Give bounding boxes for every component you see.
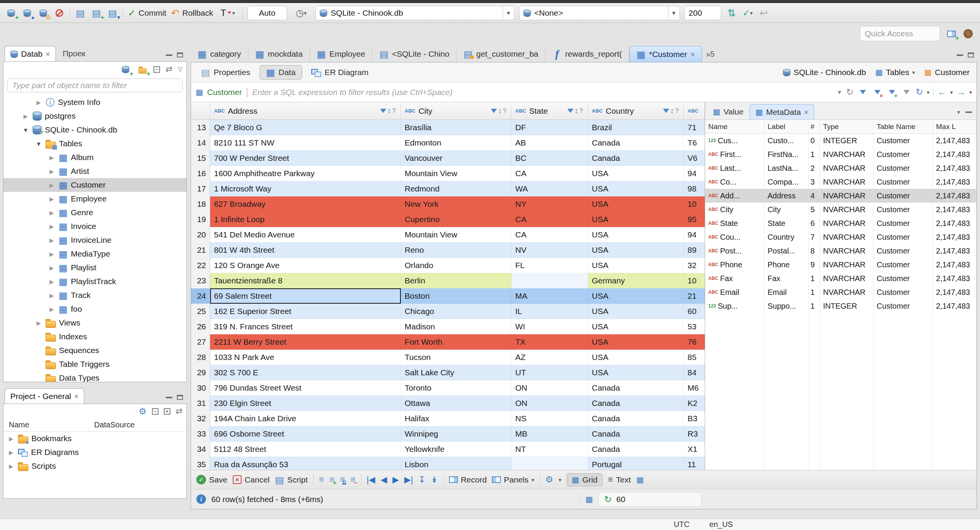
address-cell[interactable]: Rua da Assunção 53 <box>210 457 401 470</box>
row-number-cell[interactable]: 29 <box>191 365 210 380</box>
column-header-country[interactable]: ABC Country ↕? <box>588 102 684 119</box>
expand-arrow-icon[interactable] <box>35 141 42 147</box>
city-cell[interactable]: Mountain View <box>401 227 511 242</box>
country-cell[interactable]: USA <box>588 334 684 350</box>
postalcode-cell[interactable]: 71 <box>684 120 705 135</box>
filter-sort-icons[interactable]: ↕? <box>491 107 507 115</box>
state-cell[interactable] <box>511 457 588 470</box>
metadata-row[interactable]: Fax Fax 1 NVARCHAR Customer 2,147,483 <box>705 272 977 285</box>
sync-icon[interactable]: ⇅ <box>726 7 737 19</box>
filter-history-arrow-icon[interactable]: ▼ <box>836 89 842 95</box>
delete-row-icon[interactable]: ≡− <box>350 475 355 484</box>
metadata-row[interactable]: Phone Phone 9 NVARCHAR Customer 2,147,48… <box>705 258 977 272</box>
postalcode-cell[interactable]: 60 <box>684 304 705 319</box>
tree-item[interactable]: Genre <box>3 206 186 219</box>
state-cell[interactable]: FL <box>511 258 588 273</box>
table-row[interactable]: 20 541 Del Medio Avenue Mountain View CA… <box>191 227 705 242</box>
postalcode-cell[interactable]: R3 <box>684 426 705 442</box>
expand-arrow-icon[interactable] <box>48 155 56 160</box>
table-row[interactable]: 32 194A Chain Lake Drive Halifax NS Cana… <box>191 411 705 426</box>
state-cell[interactable]: ON <box>511 396 588 411</box>
filter-sort-icons[interactable]: ↕? <box>567 107 584 115</box>
address-cell[interactable]: 302 S 700 E <box>210 365 401 380</box>
row-number-cell[interactable]: 25 <box>191 304 210 319</box>
connection-select[interactable]: SQLite - Chinook.db ▼ <box>315 6 514 20</box>
country-cell[interactable]: USA <box>588 196 684 212</box>
postalcode-cell[interactable]: 10 <box>684 196 705 212</box>
row-number-cell[interactable]: 27 <box>191 334 210 350</box>
custom-filter-icon[interactable] <box>901 87 912 98</box>
address-cell[interactable]: 5112 48 Street <box>210 442 401 457</box>
expand-arrow-icon[interactable] <box>35 100 42 105</box>
country-cell[interactable]: USA <box>588 212 684 227</box>
commit-button[interactable]: ✓ Commit <box>128 8 166 18</box>
refresh-icon[interactable]: ↻ <box>604 495 612 504</box>
collapse-all-icon[interactable]: − <box>154 66 160 73</box>
tree-item[interactable]: Track <box>3 288 186 302</box>
table-row[interactable]: 21 801 W 4th Street Reno NV USA 89 <box>191 242 705 258</box>
new-folder-icon[interactable]: + <box>137 64 148 75</box>
metadata-row[interactable]: State State 6 NVARCHAR Customer 2,147,48… <box>705 216 977 230</box>
state-cell[interactable] <box>511 273 588 288</box>
postalcode-cell[interactable]: 53 <box>684 319 705 334</box>
script-button[interactable]: Script <box>275 475 308 484</box>
row-number-cell[interactable]: 32 <box>191 411 210 426</box>
row-number-cell[interactable]: 33 <box>191 426 210 442</box>
table-row[interactable]: 31 230 Elgin Street Ottawa ON Canada K2 <box>191 396 705 411</box>
postalcode-cell[interactable]: 94 <box>684 166 705 181</box>
table-row[interactable]: 24 69 Salem Street Boston MA USA 21 <box>191 288 705 304</box>
grid-corner-cell[interactable] <box>191 102 210 119</box>
tree-item[interactable]: Employee <box>3 192 186 206</box>
tree-item[interactable]: PlaylistTrack <box>3 275 186 288</box>
clear-filter-icon[interactable]: × <box>872 87 883 98</box>
column-header-name[interactable]: Name <box>705 120 764 133</box>
city-cell[interactable]: Toronto <box>401 380 511 396</box>
expand-arrow-icon[interactable] <box>48 251 56 257</box>
address-cell[interactable]: 541 Del Medio Avenue <box>210 227 401 242</box>
state-cell[interactable]: ON <box>511 380 588 396</box>
expand-arrow-icon[interactable] <box>48 182 56 188</box>
metadata-row[interactable]: First... FirstNa... 1 NVARCHAR Customer … <box>705 147 977 161</box>
panel-menu-icon[interactable]: ▾ <box>957 109 960 116</box>
open-perspective-icon[interactable]: + <box>946 28 957 39</box>
fetch-size-input[interactable] <box>684 6 721 20</box>
tree-item[interactable]: Customer <box>3 178 186 192</box>
column-header-city[interactable]: ABC City ↕? <box>401 102 511 119</box>
address-cell[interactable]: 162 E Superior Street <box>210 304 401 319</box>
view-menu-icon[interactable]: ▽ <box>178 66 183 72</box>
country-cell[interactable]: Germany <box>588 273 684 288</box>
expand-arrow-icon[interactable] <box>48 168 56 174</box>
filter-sort-icons[interactable]: ↕? <box>663 107 679 115</box>
column-header-state[interactable]: ABC State ↕? <box>511 102 588 119</box>
address-cell[interactable]: 319 N. Frances Street <box>210 319 401 334</box>
metadata-row[interactable]: Sup... Suppo... 1 INTEGER Customer 2,147… <box>705 299 977 313</box>
quick-access-input[interactable] <box>860 26 940 41</box>
state-cell[interactable]: UT <box>511 365 588 380</box>
column-header-number[interactable]: # <box>808 120 820 133</box>
state-cell[interactable]: NT <box>511 442 588 457</box>
state-cell[interactable]: DF <box>511 120 588 135</box>
duplicate-row-icon[interactable]: ≡⇊ <box>340 475 345 484</box>
state-cell[interactable]: NY <box>511 196 588 212</box>
state-cell[interactable]: CA <box>511 166 588 181</box>
state-cell[interactable]: AB <box>511 135 588 150</box>
postalcode-cell[interactable]: 98 <box>684 181 705 196</box>
country-cell[interactable]: USA <box>588 227 684 242</box>
city-cell[interactable]: Salt Lake City <box>401 365 511 380</box>
row-number-cell[interactable]: 17 <box>191 181 210 196</box>
first-row-icon[interactable]: |◀ <box>367 476 376 484</box>
address-cell[interactable]: 194A Chain Lake Drive <box>210 411 401 426</box>
expand-arrow-icon[interactable] <box>48 265 56 271</box>
postalcode-cell[interactable]: 32 <box>684 258 705 273</box>
address-cell[interactable]: 230 Elgin Street <box>210 396 401 411</box>
row-number-cell[interactable]: 18 <box>191 196 210 212</box>
address-cell[interactable]: Qe 7 Bloco G <box>210 120 401 135</box>
minimize-editor-icon[interactable] <box>957 54 963 56</box>
state-cell[interactable]: TX <box>511 334 588 350</box>
expand-arrow-icon[interactable] <box>7 450 15 455</box>
row-number-cell[interactable]: 28 <box>191 350 210 365</box>
city-cell[interactable]: Mountain View <box>401 166 511 181</box>
expand-arrow-icon[interactable] <box>48 279 56 285</box>
row-number-cell[interactable]: 24 <box>191 288 210 304</box>
city-cell[interactable]: Ottawa <box>401 396 511 411</box>
